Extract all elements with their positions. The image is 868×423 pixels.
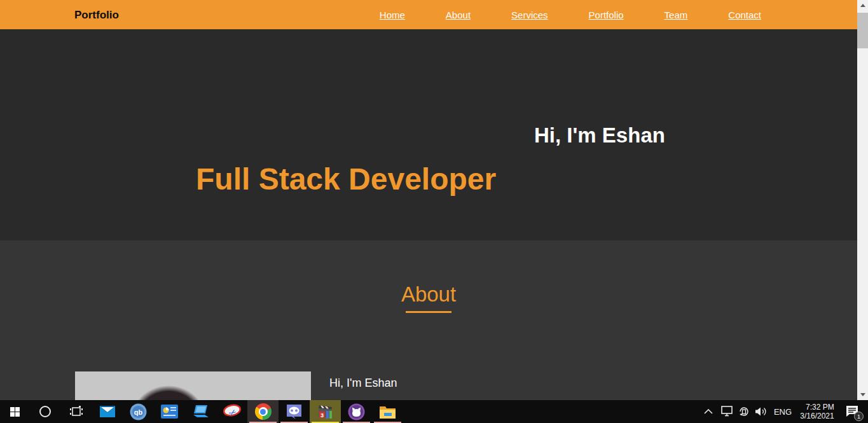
hero-title: Full Stack Developer (196, 162, 496, 197)
task-view-button[interactable] (60, 400, 92, 423)
volume-button[interactable] (752, 400, 770, 423)
site-navbar: Portfolio Home About Services Portfolio … (0, 0, 857, 29)
system-tray: ENG 7:32 PM 3/16/2021 1 (699, 400, 868, 423)
chrome-button[interactable] (247, 400, 279, 423)
screen-rotation-icon (738, 406, 750, 417)
hero-greeting: Hi, I'm Eshan (534, 123, 665, 148)
nav-link-contact[interactable]: Contact (728, 10, 761, 20)
windows-logo-icon (10, 407, 20, 417)
nav-links: Home About Services Portfolio Team Conta… (380, 0, 761, 29)
screen-capture-app-button[interactable]: ✂ (216, 400, 247, 423)
nav-link-home[interactable]: Home (380, 10, 405, 20)
file-explorer-icon (379, 405, 396, 419)
profile-photo (75, 371, 311, 400)
about-heading: About (0, 282, 857, 307)
network-button[interactable] (718, 400, 736, 423)
scroll-down-button[interactable] (857, 389, 868, 400)
scroll-up-button[interactable] (857, 0, 868, 11)
notification-badge: 1 (854, 412, 864, 421)
github-desktop-button[interactable] (341, 400, 372, 423)
svg-text:3: 3 (320, 412, 323, 418)
discord-button[interactable] (279, 400, 310, 423)
nav-link-services[interactable]: Services (511, 10, 548, 20)
cortana-circle-icon (39, 406, 51, 417)
action-center-button[interactable]: 1 (841, 400, 863, 423)
discord-icon (286, 403, 303, 420)
brand-logo[interactable]: Portfolio (74, 9, 119, 22)
cortana-search-button[interactable] (29, 400, 60, 423)
clock-date: 3/16/2021 (800, 412, 834, 420)
media-player-button[interactable]: 3 (310, 400, 341, 423)
rotation-lock-button[interactable] (736, 400, 752, 423)
browser-viewport: Portfolio Home About Services Portfolio … (0, 0, 857, 400)
hidden-icons-button[interactable] (699, 400, 718, 423)
github-desktop-icon (348, 403, 365, 420)
network-icon (720, 406, 734, 417)
svg-text:qb: qb (134, 408, 143, 416)
about-heading-underline (406, 311, 451, 313)
browser-scrollbar[interactable] (857, 0, 868, 400)
task-view-icon (69, 405, 83, 418)
clock-time: 7:32 PM (800, 403, 834, 412)
mail-icon (99, 405, 116, 419)
laptop-app-button[interactable] (185, 400, 216, 423)
mail-app-button[interactable] (92, 400, 123, 423)
scroll-down-icon (860, 393, 865, 396)
desktop-screen: Portfolio Home About Services Portfolio … (0, 0, 868, 423)
nav-link-about[interactable]: About (446, 10, 471, 20)
about-section: About Hi, I'm Eshan (0, 240, 857, 400)
scrollbar-thumb[interactable] (857, 13, 868, 48)
chevron-up-icon (704, 409, 713, 414)
start-button[interactable] (0, 400, 29, 423)
scroll-up-icon (860, 4, 865, 7)
speaker-icon (755, 406, 768, 417)
language-indicator[interactable]: ENG (770, 400, 796, 423)
chart-app-icon (161, 405, 178, 419)
chart-app-button[interactable] (154, 400, 185, 423)
clock[interactable]: 7:32 PM 3/16/2021 (796, 400, 841, 423)
hero-section: Hi, I'm Eshan Full Stack Developer (0, 29, 857, 240)
about-intro-text: Hi, I'm Eshan (329, 377, 397, 390)
scissors-app-icon: ✂ (223, 403, 242, 420)
laptop-app-icon (192, 404, 210, 419)
file-explorer-button[interactable] (372, 400, 403, 423)
chrome-icon (255, 403, 272, 420)
nav-link-portfolio[interactable]: Portfolio (589, 10, 624, 20)
qbittorrent-icon: qb (130, 403, 147, 420)
nav-link-team[interactable]: Team (665, 10, 688, 20)
media-player-classic-icon: 3 (317, 403, 334, 420)
qbittorrent-button[interactable]: qb (123, 400, 154, 423)
